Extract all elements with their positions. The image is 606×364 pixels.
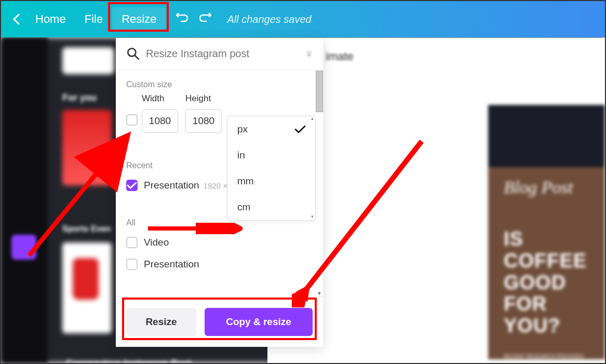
crown-icon: ♛: [305, 49, 313, 59]
width-label: Width: [142, 93, 178, 104]
redo-icon: [199, 12, 211, 23]
search-icon: [126, 47, 140, 60]
undo-icon: [176, 12, 188, 23]
unit-option-px[interactable]: px: [228, 116, 315, 142]
unit-option-in[interactable]: in: [228, 142, 315, 168]
section-sports: Sports Even: [62, 224, 111, 234]
resize-menu-button[interactable]: Resize: [112, 7, 166, 31]
unit-label: mm: [237, 176, 254, 187]
checkmark-icon: [294, 125, 306, 133]
recent-item-label: Presentation: [144, 180, 199, 191]
unit-label: px: [237, 124, 248, 135]
blurred-search-bar: [62, 47, 114, 74]
custom-size-label: Custom size: [116, 71, 323, 93]
top-toolbar: Home File Resize All changes saved: [1, 1, 605, 37]
undo-button[interactable]: [176, 12, 188, 26]
sidebar-active-item: [11, 235, 36, 260]
height-label: Height: [185, 93, 222, 104]
height-input[interactable]: [185, 109, 222, 133]
all-item-video[interactable]: Video: [116, 232, 323, 253]
unit-dropdown: ▲ px in mm cm ▼: [227, 116, 316, 221]
scrollbar-thumb[interactable]: [316, 71, 323, 112]
scroll-down-arrow[interactable]: ▼: [316, 290, 322, 296]
unit-label: in: [237, 150, 245, 161]
section-for-you: For you: [62, 92, 97, 103]
resize-panel-scroll[interactable]: ▼ Custom size Width Height Recent Presen…: [116, 70, 323, 296]
template-thumbnail: [62, 242, 112, 333]
resize-dropdown-panel: ♛ ▼ Custom size Width Height Recent Pres…: [116, 38, 323, 347]
recent-checkbox-checked[interactable]: [126, 180, 138, 191]
unit-option-mm[interactable]: mm: [228, 168, 315, 194]
resize-search-row: ♛: [116, 38, 323, 69]
preview-heading: IS COFFEE GOOD FOR YOU?: [504, 228, 589, 337]
unit-scroll-up[interactable]: ▲: [309, 116, 315, 122]
unit-label: cm: [237, 201, 250, 213]
save-status: All changes saved: [227, 14, 311, 25]
recent-item-dimensions: 1920 ×: [204, 181, 227, 190]
preview-body: RECENT RESEARCH PROVIDES STRONG EVIDENCE…: [504, 353, 589, 364]
presentation-checkbox[interactable]: [126, 259, 138, 270]
design-preview: Blog Post IS COFFEE GOOD FOR YOU? RECENT…: [488, 105, 605, 364]
redo-button[interactable]: [199, 12, 211, 26]
all-item-label: Video: [144, 237, 169, 248]
home-button[interactable]: Home: [26, 7, 75, 31]
document-title[interactable]: imate: [326, 50, 354, 63]
custom-size-checkbox[interactable]: [126, 114, 138, 126]
unit-scroll-down[interactable]: ▼: [309, 214, 315, 220]
all-item-label: Presentation: [144, 259, 199, 270]
unit-option-cm[interactable]: cm: [228, 194, 315, 220]
width-input[interactable]: [142, 109, 178, 133]
svg-line-1: [134, 55, 139, 59]
checkmark-icon: [127, 182, 137, 189]
template-caption: Coronavirus Instagram Post: [66, 358, 191, 364]
all-item-presentation[interactable]: Presentation: [116, 253, 323, 275]
resize-button[interactable]: Resize: [126, 308, 196, 336]
video-checkbox[interactable]: [126, 237, 138, 248]
chevron-left-icon: [12, 14, 20, 25]
preview-script-text: Blog Post: [504, 178, 589, 197]
resize-search-input[interactable]: [146, 48, 305, 60]
left-sidebar: [1, 37, 48, 363]
copy-and-resize-button[interactable]: Copy & resize: [205, 308, 313, 336]
file-button[interactable]: File: [75, 7, 112, 31]
back-button[interactable]: [6, 8, 26, 30]
resize-panel-footer: Resize Copy & resize: [116, 296, 323, 347]
template-thumbnail: [62, 110, 112, 185]
